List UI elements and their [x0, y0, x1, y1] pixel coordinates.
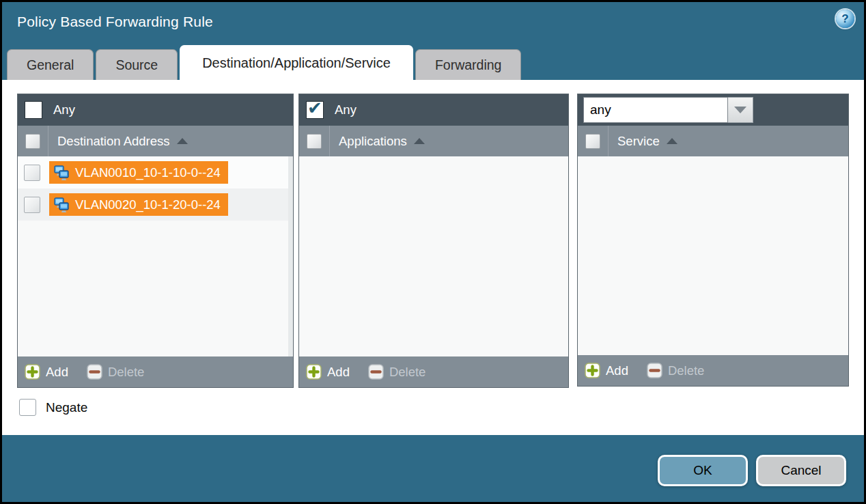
negate-checkbox[interactable]	[19, 399, 36, 416]
network-address-icon	[53, 164, 70, 182]
applications-delete-button[interactable]: Delete	[368, 364, 425, 380]
destination-rows: VLAN0010_10-1-10-0--24 VLAN0020_10-1-20-…	[18, 156, 293, 221]
destination-address-panel: Any Destination Address VLAN0010_10-1-10…	[17, 94, 294, 388]
delete-minus-icon	[647, 363, 662, 378]
service-column-header: Service	[578, 126, 848, 156]
service-dropdown-value[interactable]: any	[583, 97, 728, 123]
add-plus-icon	[306, 364, 322, 380]
applications-any-label: Any	[335, 102, 357, 117]
applications-selectall-checkbox[interactable]	[307, 134, 322, 149]
negate-label: Negate	[46, 400, 87, 415]
dialog-titlebar: Policy Based Forwarding Rule	[2, 2, 864, 46]
negate-row: Negate	[19, 399, 87, 416]
add-label: Add	[327, 365, 350, 380]
applications-footer: Add Delete	[299, 356, 568, 387]
delete-label: Delete	[668, 363, 704, 378]
sort-ascending-icon[interactable]	[177, 138, 188, 144]
list-item[interactable]: VLAN0020_10-1-20-0--24	[18, 188, 293, 221]
service-panel: any Service Add	[577, 94, 849, 387]
service-dropdown[interactable]: any	[583, 97, 753, 123]
header-checkbox-cell	[578, 126, 609, 156]
tab-destination-application-service[interactable]: Destination/Application/Service	[180, 45, 413, 80]
chevron-down-icon	[734, 107, 746, 113]
destination-scrollbar[interactable]	[288, 156, 293, 356]
applications-any-checkbox[interactable]	[306, 101, 324, 119]
address-chip: VLAN0020_10-1-20-0--24	[49, 193, 228, 216]
applications-any-bar: Any	[299, 94, 568, 126]
applications-header-label-wrap: Applications	[339, 134, 425, 149]
sort-ascending-icon[interactable]	[414, 138, 425, 144]
row-checkbox[interactable]	[24, 197, 40, 213]
service-dropdown-bar: any	[578, 94, 848, 126]
tab-general[interactable]: General	[7, 49, 94, 80]
destination-header-label-wrap: Destination Address	[57, 134, 188, 149]
tab-bar: General Source Destination/Application/S…	[7, 45, 523, 80]
destination-footer: Add Delete	[18, 356, 293, 387]
add-label: Add	[46, 365, 68, 380]
service-dropdown-button[interactable]	[728, 97, 753, 123]
applications-list	[299, 156, 568, 356]
add-plus-icon	[25, 364, 40, 380]
delete-label: Delete	[389, 365, 425, 380]
service-selectall-checkbox[interactable]	[585, 134, 600, 149]
dialog-title: Policy Based Forwarding Rule	[17, 14, 213, 30]
service-header-label: Service	[617, 134, 660, 149]
add-label: Add	[606, 363, 628, 378]
destination-any-bar: Any	[18, 94, 293, 126]
destination-selectall-checkbox[interactable]	[25, 134, 40, 149]
cancel-button[interactable]: Cancel	[756, 455, 846, 486]
service-delete-button[interactable]: Delete	[647, 363, 704, 378]
delete-minus-icon	[368, 364, 384, 380]
help-question-icon[interactable]: ?	[836, 10, 854, 28]
delete-minus-icon	[87, 364, 102, 380]
ok-button[interactable]: OK	[658, 455, 748, 486]
service-footer: Add Delete	[578, 355, 848, 386]
destination-any-label: Any	[53, 102, 75, 117]
address-chip-label: VLAN0010_10-1-10-0--24	[75, 165, 221, 180]
destination-any-checkbox[interactable]	[25, 101, 42, 119]
delete-label: Delete	[108, 365, 144, 380]
destination-column-header: Destination Address	[18, 126, 293, 156]
applications-column-header: Applications	[299, 126, 568, 156]
applications-header-label: Applications	[339, 134, 407, 149]
row-checkbox[interactable]	[24, 165, 40, 181]
tab-forwarding[interactable]: Forwarding	[415, 49, 522, 80]
add-plus-icon	[585, 363, 600, 378]
header-checkbox-cell	[299, 126, 330, 156]
destination-header-label: Destination Address	[57, 134, 170, 149]
applications-add-button[interactable]: Add	[306, 364, 350, 380]
service-header-label-wrap: Service	[617, 134, 678, 149]
destination-delete-button[interactable]: Delete	[87, 364, 144, 380]
sort-ascending-icon[interactable]	[667, 138, 678, 144]
applications-panel: Any Applications Add	[298, 94, 569, 388]
list-item[interactable]: VLAN0010_10-1-10-0--24	[18, 156, 293, 188]
destination-address-list: VLAN0010_10-1-10-0--24 VLAN0020_10-1-20-…	[18, 156, 293, 356]
address-chip-label: VLAN0020_10-1-20-0--24	[75, 197, 221, 212]
service-add-button[interactable]: Add	[585, 363, 628, 378]
policy-forwarding-dialog: Policy Based Forwarding Rule ? General S…	[0, 0, 866, 504]
address-chip: VLAN0010_10-1-10-0--24	[49, 161, 228, 184]
destination-add-button[interactable]: Add	[25, 364, 68, 380]
header-checkbox-cell	[18, 126, 48, 156]
service-list	[578, 156, 848, 355]
tab-source[interactable]: Source	[96, 49, 178, 80]
network-address-icon	[53, 196, 70, 214]
